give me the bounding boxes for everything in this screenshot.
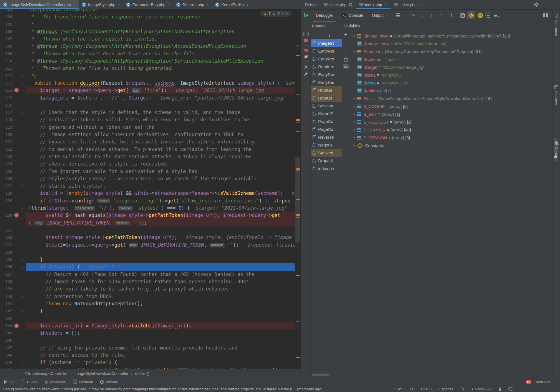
sidebar-item-database[interactable]: Database (554, 11, 558, 39)
bp-slot[interactable]: ✓ (13, 212, 20, 219)
bp-slot[interactable]: ✓ (13, 322, 20, 329)
editor-tab[interactable]: CKernelPreHa∨ (212, 0, 251, 9)
fold-icon[interactable]: ∨ (20, 79, 25, 87)
frame-item[interactable]: Stacked (311, 149, 342, 157)
fold-icon[interactable]: ∨ (20, 271, 25, 278)
fold-icon[interactable]: ∧ (20, 307, 25, 315)
background-task-icon[interactable] (508, 387, 512, 391)
next-problem-button[interactable]: ∨ (286, 12, 288, 15)
tool-profiler[interactable]: Profiler (100, 380, 117, 384)
fold-icon[interactable]: ∧ (20, 256, 25, 263)
editor-tab[interactable]: CImageStyleDownloadController.php× (0, 0, 79, 9)
variable-row[interactable]: 01$image_uri = "public://2022-04/ich-lar… (349, 40, 552, 48)
diamond-c-toggle[interactable]: C (467, 11, 475, 19)
variable-row[interactable]: ›$_SERVER = {array} [40] (349, 126, 552, 134)
tool-terminal[interactable]: Terminal (73, 380, 93, 384)
variable-row[interactable]: 01$test1 = "4c4zyQhU" (349, 71, 552, 79)
indent-style[interactable]: 2 spaces (438, 387, 453, 391)
frames-scrollbar-thumb[interactable] (312, 374, 329, 376)
frame-item[interactable]: HttpKer (311, 94, 342, 102)
prev-problem-button[interactable]: ∧ (282, 12, 284, 15)
debug-session-tab[interactable]: index.php (320, 0, 356, 9)
variable-row[interactable]: ›$_COOKIE = {array} [5] (349, 102, 552, 110)
resume-button[interactable] (304, 13, 309, 17)
force-step-into-button[interactable]: ↓ (428, 13, 435, 18)
tool-problems[interactable]: Problems (44, 380, 66, 384)
step-out-button[interactable]: ↑ (438, 13, 444, 18)
at-sign-button[interactable]: @ (478, 13, 483, 18)
frame-down-button[interactable]: ↓ (329, 33, 331, 37)
sidebar-item-sciview[interactable]: SciView (554, 82, 558, 108)
breakpoint-icon[interactable]: ✓ (14, 88, 19, 93)
breadcrumb-namespace[interactable]: \Drupal\image\Controller (25, 371, 68, 376)
editor-tab[interactable]: CParameterBag.php× (123, 0, 173, 9)
frame-item[interactable]: ImageSt (311, 39, 342, 47)
tab-output[interactable]: Output × (369, 9, 391, 22)
sidebar-item-debug[interactable]: Debug (554, 138, 558, 161)
variable-row[interactable]: ›$image_style = {Drupal\imageapi_optimiz… (349, 32, 552, 40)
status-message[interactable]: Debug session was finished without being… (3, 387, 388, 391)
stop-button[interactable] (304, 39, 308, 42)
variable-row[interactable]: 01$test2 = "4c4zyQhU 1x" (349, 79, 552, 87)
indent-config-icon[interactable] (460, 387, 464, 391)
fold-icon[interactable]: ∧ (20, 72, 25, 79)
line-separator[interactable]: LF (410, 387, 414, 391)
pin-tab-icon[interactable] (304, 72, 308, 76)
mute-breakpoints-button[interactable] (304, 55, 308, 58)
vcs-revision-widget[interactable]: ▲ 9cde7677 (471, 387, 492, 391)
file-encoding[interactable]: UTF-8 (421, 387, 432, 391)
fold-icon[interactable]: ∧ (20, 182, 25, 190)
breadcrumb-method[interactable]: deliver() (135, 371, 149, 376)
close-icon[interactable]: × (168, 3, 170, 7)
view-breakpoints-button[interactable] (304, 49, 308, 52)
numbered-list-button[interactable]: 1 2 3 (485, 12, 490, 19)
tree-chevron-icon[interactable]: › (351, 111, 357, 117)
step-into-button[interactable]: ↓ (419, 13, 426, 18)
fold-icon[interactable]: ∨ (20, 359, 25, 366)
add-watch-plus-button[interactable]: + (344, 32, 347, 37)
variable-row[interactable]: ›$_REQUEST = {array} [1] (349, 118, 552, 126)
close-icon[interactable]: × (73, 3, 75, 7)
frame-item[interactable]: Session. (311, 102, 342, 110)
tree-chevron-icon[interactable]: › (351, 49, 357, 54)
tree-chevron-icon[interactable]: › (351, 96, 357, 101)
frame-item[interactable]: HttpKer (311, 86, 342, 94)
layout-settings-button[interactable] (543, 13, 548, 18)
editor-tab[interactable]: CSession.php× (173, 0, 212, 9)
variable-row[interactable]: ›$this = {Drupal\image\Controller\ImageS… (349, 95, 552, 102)
frame-item[interactable]: Rendere (311, 63, 342, 70)
tab-console[interactable]: ›_ Console (339, 9, 366, 22)
frame-item[interactable]: index.ph (311, 164, 342, 172)
frame-item[interactable]: DrupalK (311, 157, 342, 164)
variable-row[interactable]: ›$request = {Symfony\Component\HttpFound… (349, 48, 552, 55)
close-icon[interactable]: × (385, 3, 387, 7)
tree-chevron-icon[interactable]: › (351, 127, 357, 133)
variable-row[interactable]: ›$_GET = {array} [1] (349, 110, 552, 118)
event-log-button[interactable]: 9+ Event Log (526, 380, 557, 384)
tab-debugger[interactable]: Debugger (313, 9, 336, 22)
tree-chevron-icon[interactable]: › (351, 135, 357, 140)
variable-row[interactable]: ›Constants (349, 141, 552, 149)
add-watch-button[interactable]: + (494, 14, 497, 17)
inspection-widget[interactable]: ▲ 7 ▲ 9 ∧ ∨ (261, 11, 291, 16)
variable-row[interactable]: ›$_SESSION = {array} [3] (349, 134, 552, 141)
evaluate-expression-icon[interactable] (460, 13, 465, 18)
close-icon[interactable]: × (386, 13, 388, 18)
editor-tab[interactable]: CImageStyle.php× (79, 0, 123, 9)
fold-icon[interactable]: ∨ (20, 263, 25, 270)
variable-row[interactable]: 01$target = "2022-04/ich-large.jpg" (349, 63, 552, 71)
view-options-icon[interactable] (396, 13, 400, 17)
move-watch-up-button[interactable]: ▲ (344, 46, 347, 49)
bp-slot[interactable]: ✓ (13, 87, 20, 94)
tree-chevron-icon[interactable]: › (351, 119, 357, 125)
breakpoint-icon[interactable]: ✓ (14, 213, 19, 218)
variable-row[interactable]: 01$scheme = "public" (349, 55, 552, 63)
caret-position[interactable]: 114:1 (394, 387, 403, 391)
lock-icon[interactable] (498, 387, 502, 391)
tree-chevron-icon[interactable]: › (351, 143, 357, 148)
close-icon[interactable]: × (118, 3, 120, 7)
frame-item[interactable]: EarlyRer (311, 47, 342, 55)
step-over-button[interactable]: ↷ (410, 12, 417, 18)
frame-item[interactable]: EarlyRer (311, 78, 342, 86)
frame-item[interactable]: Reverse (311, 133, 342, 141)
